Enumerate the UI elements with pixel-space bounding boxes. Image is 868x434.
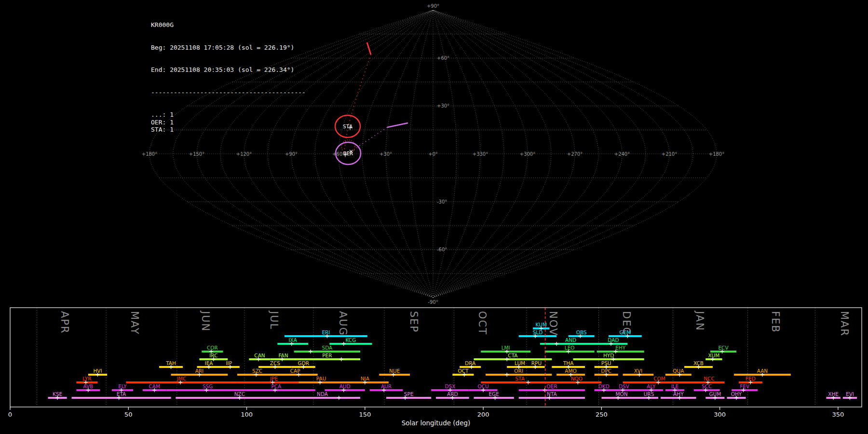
shower-label-AVB: AVB: [83, 383, 93, 389]
month-label-JUN: JUN: [200, 310, 211, 332]
shower-label-SDA: SDA: [322, 345, 333, 351]
shower-label-EVI: EVI: [846, 391, 854, 397]
shower-label-OCT: OCT: [458, 368, 469, 374]
shower-count: ...: 1: [151, 111, 306, 119]
x-tick-label: 200: [477, 411, 489, 418]
shower-label-TAH: TAH: [165, 360, 176, 366]
x-tick-label: 50: [124, 411, 133, 418]
shower-label-DSX: DSX: [445, 383, 455, 389]
shower-label-FEV: FEV: [740, 383, 750, 389]
map-lat-label: -30°: [437, 199, 447, 204]
x-axis-title: Solar longitude (deg): [402, 419, 471, 427]
shower-label-XVI: XVI: [634, 368, 642, 374]
month-label-MAY: MAY: [129, 311, 140, 335]
shower-label-IIP: IIP: [226, 360, 232, 366]
shower-label-FED: FED: [746, 376, 756, 381]
shower-label-OBS: OBS: [576, 329, 587, 335]
shower-label-MON: MON: [615, 391, 627, 397]
map-lon-label: +210°: [662, 151, 677, 157]
shower-label-SPE: SPE: [404, 391, 414, 397]
x-tick-label: 300: [714, 411, 726, 418]
shower-label-CAM: CAM: [149, 383, 160, 389]
map-lat-label: -60°: [437, 247, 447, 252]
shower-label-JMC: JMC: [176, 376, 187, 381]
x-tick-label: 250: [596, 411, 608, 418]
shower-label-FAN: FAN: [279, 353, 288, 358]
map-lon-label: +120°: [236, 151, 252, 157]
shower-label-ARI: ARI: [195, 368, 204, 374]
begin-time: Beg: 20251108 17:05:28 (sol = 226.19°): [151, 44, 306, 52]
shower-count: STA: 1: [151, 126, 306, 134]
month-label-SEP: SEP: [408, 311, 420, 333]
shower-label-AND: AND: [565, 337, 576, 343]
shower-label-NUE: NUE: [389, 368, 400, 374]
month-label-JUL: JUL: [268, 310, 280, 330]
x-tick-label: 150: [359, 411, 371, 418]
map-meridian: [291, 10, 433, 298]
shower-label-HYD: HYD: [603, 353, 614, 358]
month-label-FEB: FEB: [770, 311, 781, 333]
shower-label-GUM: GUM: [709, 391, 721, 397]
shower-label-NIA: NIA: [361, 376, 370, 381]
shower-label-ELY: ELY: [118, 383, 127, 389]
shower-label-CAP: CAP: [290, 368, 300, 374]
shower-label-OHY: OHY: [731, 391, 742, 397]
map-lon-label: +330°: [473, 151, 488, 157]
x-tick-label: 350: [832, 411, 844, 418]
shower-label-STA: STA: [515, 376, 525, 381]
shower-label-NDA: NDA: [317, 391, 328, 397]
shower-label-DPC: DPC: [601, 368, 611, 374]
plot-canvas: +180°+150°+120°+90°+60°+30°+0°+330°+300°…: [0, 0, 868, 434]
x-tick-label: 100: [241, 411, 253, 418]
shower-label-DSV: DSV: [619, 383, 630, 389]
map-lat-label: +90°: [427, 3, 439, 9]
map-lon-label: +180°: [709, 151, 724, 157]
shower-label-AUR: AUR: [381, 383, 392, 389]
shower-label-XUM: XUM: [708, 353, 719, 358]
shower-label-OCU: OCU: [477, 383, 488, 389]
month-label-MAR: MAR: [839, 311, 850, 337]
shower-label-JPE: JPE: [270, 376, 278, 381]
shower-label-IEA: IEA: [205, 360, 214, 366]
shower-label-IRC: IRC: [209, 353, 217, 358]
shower-label-NOO: NOO: [571, 376, 583, 381]
shower-label-EGE: EGE: [488, 391, 499, 397]
map-lat-label: +60°: [437, 55, 449, 61]
shower-label-AMO: AMO: [565, 368, 577, 374]
shower-label-CAN: CAN: [254, 353, 265, 358]
shower-label-QUA: QUA: [673, 368, 684, 374]
map-lat-label: -90°: [428, 299, 438, 305]
shower-label-KSE: KSE: [53, 391, 62, 397]
shower-label-CTA: CTA: [508, 353, 518, 358]
shower-label-DRA: DRA: [465, 360, 476, 366]
shower-label-KCG: KCG: [346, 337, 356, 343]
map-lon-label: +30°: [380, 151, 392, 157]
shower-label-ZCS: ZCS: [270, 360, 281, 366]
shower-label-SZC: SZC: [252, 368, 262, 374]
map-lon-label: +300°: [520, 151, 535, 157]
separator-line: ----------------------------------------…: [151, 89, 306, 96]
info-block: KR000G Beg: 20251108 17:05:28 (sol = 226…: [151, 6, 306, 149]
shower-label-URS: URS: [644, 391, 654, 397]
meteor-track-STA: [367, 42, 371, 54]
shower-label-SLD: SLD: [533, 329, 543, 335]
shower-label-SSG: SSG: [203, 383, 213, 389]
shower-label-ECV: ECV: [718, 345, 729, 351]
map-lat-label: +30°: [437, 103, 449, 108]
shower-label-ARD: ARD: [447, 391, 458, 397]
shower-label-LMI: LMI: [502, 345, 510, 351]
map-lon-label: +150°: [189, 151, 204, 157]
shower-label-AAN: AAN: [757, 368, 768, 374]
shower-label-HVI: HVI: [93, 368, 102, 374]
map-lon-label: +270°: [567, 151, 583, 157]
shower-counts: ...: 1OER: 1STA: 1: [151, 111, 306, 134]
month-label-AUG: AUG: [337, 311, 349, 336]
shower-label-PAU: PAU: [316, 376, 326, 381]
x-tick-label: 0: [8, 411, 12, 418]
month-label-OCT: OCT: [476, 311, 488, 335]
shower-label-SCC: SCC: [702, 383, 712, 389]
shower-label-ETA: ETA: [117, 391, 126, 397]
map-lon-label: +240°: [614, 151, 630, 157]
shower-label-NZC: NZC: [234, 391, 245, 397]
shower-label-PCA: PCA: [271, 383, 282, 389]
